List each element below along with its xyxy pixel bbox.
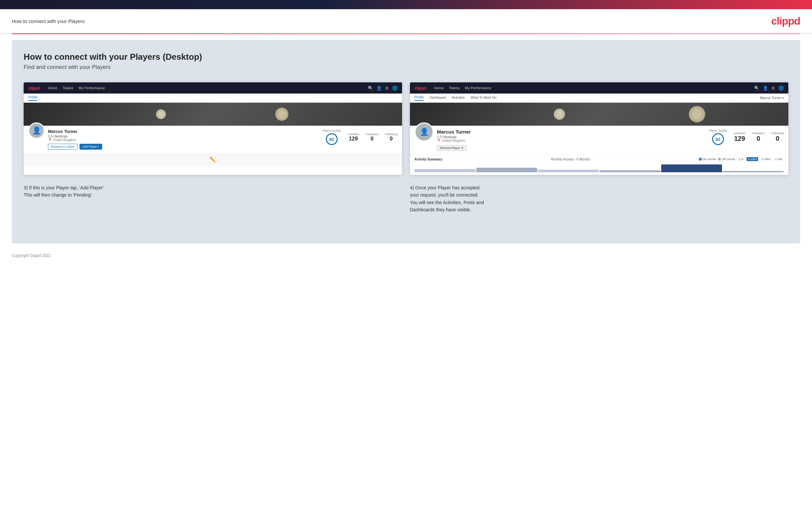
screenshot-1: clippd Home Teams My Performance 🔍 👤 ⚙ 🌐… — [23, 82, 402, 175]
activities-value-2: 129 — [734, 135, 746, 143]
nav-teams-2[interactable]: Teams — [449, 86, 460, 90]
activities-value-1: 129 — [348, 136, 359, 142]
chart-bar-6 — [723, 171, 784, 172]
caption-3-block: 3) If this is your Player tap, 'Add Play… — [23, 184, 402, 214]
chart-bar-3 — [538, 170, 599, 172]
following-value-2: 0 — [771, 135, 784, 143]
stat-activities-1: Activities 129 — [348, 132, 359, 142]
quality-circle-2: 92 — [712, 133, 724, 145]
main-content: How to connect with your Players (Deskto… — [12, 40, 800, 243]
nav-home-1[interactable]: Home — [48, 86, 57, 90]
settings-icon-1[interactable]: ⚙ — [385, 86, 389, 91]
stats-row-1: Player Quality 92 Activities 129 Followe… — [322, 129, 398, 145]
stat-followers-2: Followers 0 — [752, 131, 765, 143]
remove-player-button-2[interactable]: Remove Player ✕ — [437, 145, 467, 151]
quality-label-2: Player Quality — [709, 129, 727, 132]
nav-teams-1[interactable]: Teams — [63, 86, 73, 90]
chart-bar-1 — [414, 169, 476, 172]
main-title: How to connect with your Players (Deskto… — [23, 52, 789, 62]
page-header-title: How to connect with your Players — [12, 18, 85, 24]
tab-profile-1[interactable]: Profile — [28, 96, 38, 101]
period-3mths-2[interactable]: 3 mths — [760, 157, 772, 161]
location-pin-icon-1: 📍 — [48, 138, 52, 142]
search-icon-1[interactable]: 🔍 — [368, 86, 373, 91]
avatar-icon-1: 👤 — [32, 126, 41, 135]
screenshot-2: clippd Home Teams My Performance 🔍 👤 ⚙ 🌐… — [410, 82, 789, 175]
profile-handicap-2: 1-5 Handicap — [437, 135, 705, 139]
search-icon-2[interactable]: 🔍 — [754, 86, 759, 91]
nav-right-2: 🔍 👤 ⚙ 🌐 — [754, 86, 784, 91]
app-tabbar-1: Profile — [23, 94, 402, 103]
stats-row-2: Player Quality 92 Activities 129 Followe… — [709, 129, 784, 145]
tab-profile-2[interactable]: Profile — [414, 96, 424, 101]
flag-icon-1[interactable]: 🌐 — [392, 86, 398, 91]
top-bar — [0, 0, 812, 9]
settings-icon-2[interactable]: ⚙ — [771, 86, 775, 91]
followers-value-1: 0 — [366, 136, 378, 142]
flag-icon-2[interactable]: 🌐 — [778, 86, 784, 91]
app-tabbar-2: Profile Dashboard Activities What To Wor… — [410, 94, 789, 103]
stat-following-2: Following 0 — [771, 131, 784, 143]
following-label-2: Following — [771, 131, 784, 135]
legend-dot-on-2 — [699, 158, 702, 161]
edit-icon-1: ✏️ — [210, 157, 216, 163]
golf-circle-large-2 — [689, 106, 705, 122]
nav-right-1: 🔍 👤 ⚙ 🌐 — [368, 86, 398, 91]
legend-on-course-2: On course — [699, 158, 716, 161]
profile-buttons-2: Remove Player ✕ — [437, 145, 705, 151]
request-follow-button-1[interactable]: Request to Follow — [48, 144, 78, 150]
tab-activities-2[interactable]: Activities — [452, 96, 464, 100]
stat-followers-1: Followers 0 — [366, 132, 378, 142]
activity-title-2: Activity Summary — [414, 158, 442, 161]
golf-circle-small-1 — [156, 109, 166, 119]
screenshot-bottom-1: ✏️ — [23, 153, 402, 166]
followers-value-2: 0 — [752, 135, 765, 143]
activities-label-1: Activities — [348, 132, 359, 136]
profile-main-row-1: 👤 Marcus Turner 1-5 Handicap 📍 United Ki… — [23, 126, 402, 153]
followers-label-1: Followers — [366, 132, 378, 136]
location-pin-icon-2: 📍 — [437, 139, 441, 143]
nav-performance-1[interactable]: My Performance — [79, 86, 105, 90]
profile-location-2: 📍 United Kingdom — [437, 139, 705, 143]
quality-block-2: Player Quality 92 — [709, 129, 727, 145]
followers-label-2: Followers — [752, 131, 765, 135]
tab-dashboard-2[interactable]: Dashboard — [429, 96, 446, 100]
avatar-1: 👤 — [28, 122, 45, 139]
legend-dot-off-2 — [718, 158, 721, 161]
profile-icon-1[interactable]: 👤 — [376, 86, 382, 91]
app-navbar-2: clippd Home Teams My Performance 🔍 👤 ⚙ 🌐 — [410, 82, 789, 94]
profile-icon-2[interactable]: 👤 — [763, 86, 768, 91]
caption-4-text: 4) Once your Player has accepted your re… — [410, 184, 789, 214]
period-1yr-2[interactable]: 1 yr — [737, 157, 745, 161]
golf-circle-small-2 — [554, 109, 565, 120]
captions-row: 3) If this is your Player tap, 'Add Play… — [23, 184, 789, 214]
caption-3-text: 3) If this is your Player tap, 'Add Play… — [23, 184, 402, 199]
app-logo-1: clippd — [28, 86, 40, 91]
legend-off-course-2: Off course — [718, 158, 735, 161]
period-1mth-2[interactable]: 1 mth — [773, 157, 784, 161]
stat-following-1: Following 0 — [385, 132, 398, 142]
page-header: How to connect with your Players clippd — [0, 9, 812, 34]
nav-home-2[interactable]: Home — [434, 86, 444, 90]
add-player-button-1[interactable]: Add Player + — [80, 144, 102, 150]
nav-performance-2[interactable]: My Performance — [465, 86, 492, 90]
caption-4-block: 4) Once your Player has accepted your re… — [410, 184, 789, 214]
profile-left-2: 👤 Marcus Turner 1-5 Handicap 📍 United Ki… — [414, 129, 705, 151]
profile-name-2: Marcus Turner — [437, 129, 705, 134]
activities-label-2: Activities — [734, 131, 746, 135]
quality-block-1: Player Quality 92 — [322, 129, 341, 145]
tab-what-to-work-on-2[interactable]: What To Work On — [471, 96, 497, 100]
avatar-icon-2: 👤 — [420, 128, 429, 136]
activity-period-2: Monthly Activity - 6 Months — [551, 158, 590, 161]
quality-label-1: Player Quality — [322, 129, 341, 132]
tab-user-name-2: Marcus Turner ▾ — [760, 96, 784, 100]
chart-bar-5 — [661, 164, 722, 172]
following-value-1: 0 — [385, 136, 398, 142]
golf-circle-large-1 — [275, 108, 289, 121]
period-6mths-2[interactable]: 6 mths — [747, 157, 758, 161]
profile-buttons-1: Request to Follow Add Player + — [48, 144, 319, 150]
copyright-text: Copyright Clippd 2022 — [12, 253, 51, 258]
quality-circle-1: 92 — [326, 133, 338, 145]
profile-handicap-1: 1-5 Handicap — [48, 134, 319, 138]
page-footer: Copyright Clippd 2022 — [0, 249, 812, 262]
